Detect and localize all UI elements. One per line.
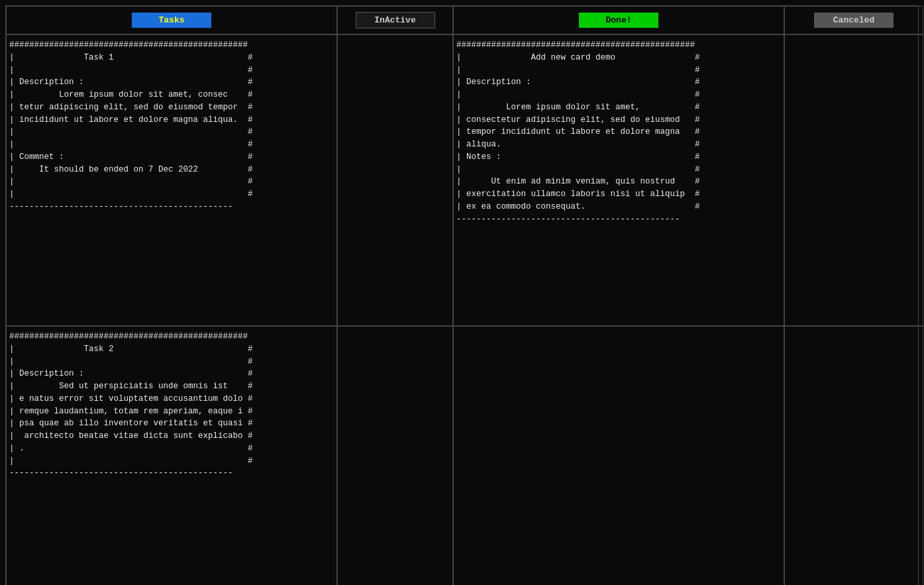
canceled-button[interactable]: Canceled xyxy=(814,13,894,28)
inactive-row2 xyxy=(337,326,453,585)
done-card1: ########################################… xyxy=(453,34,784,326)
canceled-row2 xyxy=(784,326,923,585)
done-button[interactable]: Done! xyxy=(579,13,658,28)
inactive-column-header: InActive xyxy=(337,6,453,34)
canceled-row1 xyxy=(784,34,923,326)
canceled-column-header: Canceled xyxy=(784,6,923,34)
inactive-button[interactable]: InActive xyxy=(356,12,435,28)
task2-card: ########################################… xyxy=(6,326,337,585)
done-column-header: Done! xyxy=(453,6,784,34)
tasks-button[interactable]: Tasks xyxy=(132,13,211,28)
tasks-column-header: Tasks xyxy=(6,6,337,34)
inactive-row1 xyxy=(337,34,453,326)
done-row2 xyxy=(453,326,784,585)
task1-card: ########################################… xyxy=(6,34,337,326)
